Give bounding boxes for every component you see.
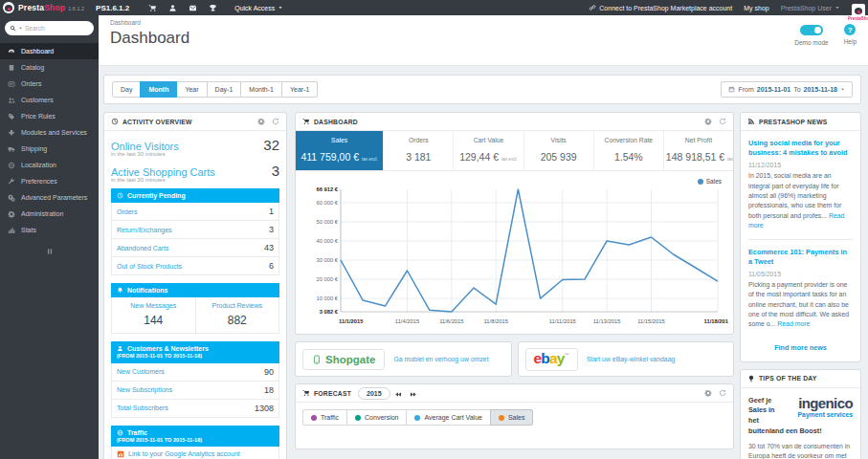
date-range-picker[interactable]: From 2015-11-01 To 2015-11-18 xyxy=(721,81,853,98)
refresh-icon[interactable] xyxy=(719,389,726,397)
currently-pending-title: Currently Pending xyxy=(127,191,186,200)
sidebar-item-price-rules[interactable]: Price Rules xyxy=(0,108,99,124)
sidebar-item-orders[interactable]: Orders xyxy=(0,76,99,92)
out-of-stock-link[interactable]: Out of Stock Products xyxy=(117,263,182,270)
demo-mode-toggle[interactable] xyxy=(800,25,823,35)
pending-returns-link[interactable]: Return/Exchanges xyxy=(117,227,172,233)
sidebar-collapse-button[interactable] xyxy=(0,248,99,255)
kpi-label: Sales xyxy=(298,137,381,143)
my-shop-link[interactable]: My shop xyxy=(744,5,768,11)
tip-text: 30 tot 70% van de consumenten in Europa … xyxy=(748,442,853,459)
filter-year-button[interactable]: Year xyxy=(176,81,207,98)
kpi-sales-tab[interactable]: Sales 411 759,00 € tax excl. xyxy=(296,131,384,170)
main-content: Day Month Year Day-1 Month-1 Year-1 From… xyxy=(99,66,868,459)
kpi-visits-tab[interactable]: Visits 205 939 xyxy=(524,131,594,170)
toggle-conversion-button[interactable]: Conversion xyxy=(346,409,407,426)
sidebar-item-modules[interactable]: Modules and Services xyxy=(0,124,99,141)
sidebar-item-stats[interactable]: Stats xyxy=(0,222,99,238)
abandoned-carts-link[interactable]: Abandoned Carts xyxy=(117,245,168,251)
search-scope-caret-icon[interactable] xyxy=(18,26,23,31)
cogs-icon xyxy=(8,194,15,202)
sidebar-item-administration[interactable]: Administration xyxy=(0,206,99,222)
sidebar-item-label: Orders xyxy=(21,80,41,87)
forecast-next-button[interactable] xyxy=(406,385,421,402)
table-row: Abandoned Carts 43 xyxy=(111,239,279,257)
filter-day-button[interactable]: Day xyxy=(112,81,141,98)
svg-text:40 000 €: 40 000 € xyxy=(316,238,338,244)
marketplace-link[interactable]: Connect to PrestaShop Marketplace accoun… xyxy=(589,4,732,11)
kpi-label: Net Profit xyxy=(666,137,731,143)
ebay-logo[interactable]: ebay™ xyxy=(525,348,578,371)
sidebar-search[interactable] xyxy=(5,21,94,35)
sidebar-item-localization[interactable]: Localization xyxy=(0,157,99,173)
kpi-orders-tab[interactable]: Orders 3 181 xyxy=(384,131,454,170)
sidebar-item-dashboard[interactable]: Dashboard xyxy=(0,43,99,59)
messages-icon[interactable] xyxy=(189,4,197,12)
article-title-link[interactable]: Using social media for your business: 4 … xyxy=(748,139,853,158)
shopgate-logo[interactable]: Shopgate xyxy=(302,349,385,370)
new-subscriptions-link[interactable]: New Subscriptions xyxy=(117,386,172,393)
gear-icon[interactable] xyxy=(704,118,712,125)
gear-icon[interactable] xyxy=(704,389,712,397)
find-more-news-link[interactable]: Find more news xyxy=(748,338,853,360)
filter-month-1-button[interactable]: Month-1 xyxy=(240,81,282,98)
customers-newsletters-header: Customers & Newsletters (FROM 2015-11-01… xyxy=(111,341,279,362)
forecast-previous-button[interactable] xyxy=(390,385,406,402)
forecast-panel-header: FORECAST 2015 xyxy=(296,384,733,403)
sidebar-item-label: Administration xyxy=(21,210,63,217)
svg-text:11/4/2015: 11/4/2015 xyxy=(395,318,419,324)
toggle-average-cart-value-button[interactable]: Average Cart Value xyxy=(406,409,490,426)
breadcrumb[interactable]: Dashboard xyxy=(110,19,868,26)
forecast-year-selector[interactable]: 2015 xyxy=(358,387,390,400)
kpi-net-profit-tab[interactable]: Net Profit 148 918,51 € tax excl. xyxy=(664,131,733,170)
tips-panel-header: TIPS OF THE DAY xyxy=(741,370,860,388)
quick-access-menu[interactable]: Quick Access xyxy=(234,5,283,11)
trophy-icon[interactable] xyxy=(209,4,217,12)
article-title-link[interactable]: Ecommerce 101: Payments in a Tweet xyxy=(748,248,853,267)
chevron-down-icon xyxy=(840,87,845,92)
chart-legend[interactable]: Sales xyxy=(698,178,722,185)
user-avatar[interactable]: PrestaShop xyxy=(852,4,865,17)
product-reviews-cell[interactable]: Product Reviews 882 xyxy=(195,297,279,333)
total-subscribers-link[interactable]: Total Subscribers xyxy=(117,404,168,411)
cart-icon[interactable] xyxy=(148,4,157,12)
sidebar-item-advanced-parameters[interactable]: Advanced Parameters xyxy=(0,189,99,206)
shopgate-link[interactable]: Ga mobiel en verhoog uw omzet xyxy=(393,356,488,362)
phone-icon xyxy=(312,355,322,364)
toggle-traffic-button[interactable]: Traffic xyxy=(302,409,347,426)
filter-month-button[interactable]: Month xyxy=(140,81,177,98)
sidebar-item-shipping[interactable]: Shipping xyxy=(0,141,99,157)
sidebar-item-catalog[interactable]: Catalog xyxy=(0,59,99,76)
avatar-label: PrestaShop xyxy=(848,16,868,21)
new-messages-cell[interactable]: New Messages 144 xyxy=(112,297,195,333)
filter-day-1-button[interactable]: Day-1 xyxy=(207,81,242,98)
sidebar-item-preferences[interactable]: Preferences xyxy=(0,173,99,189)
shop-name[interactable]: PS1.6.1.2 xyxy=(96,4,129,12)
filter-year-1-button[interactable]: Year-1 xyxy=(281,81,318,98)
pending-orders-link[interactable]: Orders xyxy=(117,208,137,215)
new-customers-link[interactable]: New Customers xyxy=(117,368,165,375)
google-analytics-link[interactable]: Link to your Google Analytics account xyxy=(117,450,240,458)
product-reviews-label: Product Reviews xyxy=(198,302,278,309)
toggle-sales-button[interactable]: Sales xyxy=(490,409,534,426)
ingenico-logo[interactable]: ingenico Payment services xyxy=(780,396,853,419)
read-more-link[interactable]: Read more xyxy=(777,320,810,327)
gear-icon[interactable] xyxy=(257,118,265,125)
date-to-label: To xyxy=(793,86,800,93)
marketplace-label: Connect to PrestaShop Marketplace accoun… xyxy=(599,5,732,11)
refresh-icon[interactable] xyxy=(272,118,279,125)
sidebar-item-label: Price Rules xyxy=(21,113,56,120)
refresh-icon[interactable] xyxy=(719,118,726,125)
help-icon[interactable]: ? xyxy=(844,24,856,35)
ebay-link[interactable]: Start uw eBay-winkel vandaag xyxy=(587,356,676,362)
customer-icon[interactable] xyxy=(168,4,177,12)
toggle-label: Average Cart Value xyxy=(424,414,481,421)
search-input[interactable] xyxy=(25,25,75,32)
pending-orders-value: 1 xyxy=(269,207,274,216)
user-menu[interactable]: PrestaShop User xyxy=(781,5,840,11)
kpi-cart-value-tab[interactable]: Cart Value 129,44 € tax excl. xyxy=(454,131,523,170)
article-excerpt: In 2015, social media are an integral pa… xyxy=(748,171,853,230)
sidebar-item-customers[interactable]: Customers xyxy=(0,92,99,108)
kpi-conversion-rate-tab[interactable]: Conversion Rate 1.54% xyxy=(594,131,664,170)
book-icon xyxy=(8,64,15,72)
